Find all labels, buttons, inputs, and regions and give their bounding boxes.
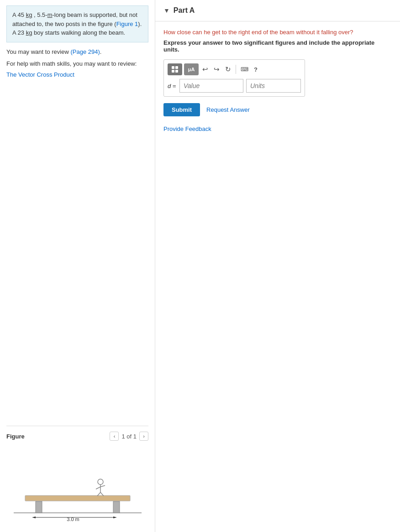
- submit-button[interactable]: Submit: [163, 103, 200, 116]
- figure-image: 3.0 m: [6, 444, 148, 527]
- figure-area: Figure ‹ 1 of 1 ›: [6, 426, 148, 527]
- svg-rect-3: [113, 501, 120, 513]
- part-header: ▼ Part A: [155, 0, 400, 21]
- svg-text:3.0 m: 3.0 m: [67, 516, 79, 522]
- svg-line-9: [100, 485, 105, 487]
- request-answer-link[interactable]: Request Answer: [206, 106, 250, 113]
- instruction-text: Express your answer to two significant f…: [163, 39, 392, 53]
- figure-nav: ‹ 1 of 1 ›: [110, 432, 148, 441]
- figure-label: Figure: [6, 433, 25, 440]
- right-panel: ▼ Part A How close can he get to the rig…: [155, 0, 400, 532]
- collapse-arrow-icon[interactable]: ▼: [163, 7, 170, 14]
- keyboard-button[interactable]: ⌨: [239, 65, 250, 73]
- figure-prev-button[interactable]: ‹: [110, 432, 119, 441]
- d-label: d =: [168, 83, 177, 89]
- svg-marker-14: [113, 516, 117, 518]
- figure-next-button[interactable]: ›: [139, 432, 148, 441]
- review-page-link[interactable]: (Page 294): [70, 48, 100, 55]
- svg-line-8: [96, 487, 100, 489]
- mu-label: μA: [188, 67, 195, 72]
- figure-svg: 3.0 m: [9, 449, 146, 522]
- vector-cross-product-link[interactable]: The Vector Cross Product: [6, 71, 74, 78]
- toolbar-separator: [236, 65, 236, 74]
- svg-rect-1: [36, 501, 42, 513]
- problem-text-box: A 45 kg , 5.5-m-long beam is supported, …: [6, 5, 148, 42]
- question-text: How close can he get to the right end of…: [163, 29, 392, 36]
- svg-point-6: [98, 479, 103, 485]
- part-content: How close can he get to the right end of…: [155, 21, 400, 140]
- redo-button[interactable]: ↪: [212, 64, 221, 74]
- units-input[interactable]: [246, 79, 301, 93]
- review-section: You may want to review (Page 294). For h…: [6, 47, 148, 80]
- help-text: For help with math skills, you may want …: [6, 59, 148, 69]
- action-row: Submit Request Answer: [163, 103, 392, 116]
- figure-page-indicator: 1 of 1: [121, 433, 137, 440]
- svg-marker-13: [32, 516, 36, 518]
- answer-box: μA ↩ ↪ ↻ ⌨ ? d =: [163, 59, 305, 97]
- value-input[interactable]: [179, 79, 243, 93]
- undo-button[interactable]: ↩: [200, 64, 210, 74]
- review-page-text: You may want to review (Page 294).: [6, 47, 148, 57]
- part-title: Part A: [174, 6, 195, 15]
- input-row: d =: [168, 79, 301, 93]
- grid-button[interactable]: [168, 63, 182, 75]
- mu-button[interactable]: μA: [184, 63, 199, 75]
- help-button[interactable]: ?: [252, 65, 259, 74]
- figure-header: Figure ‹ 1 of 1 ›: [6, 432, 148, 441]
- svg-rect-5: [25, 495, 130, 501]
- reset-button[interactable]: ↻: [223, 64, 233, 74]
- left-panel: A 45 kg , 5.5-m-long beam is supported, …: [0, 0, 155, 532]
- toolbar: μA ↩ ↪ ↻ ⌨ ?: [168, 63, 301, 75]
- provide-feedback-link[interactable]: Provide Feedback: [163, 125, 392, 132]
- problem-text: A 45 kg , 5.5-m-long beam is supported, …: [12, 11, 142, 36]
- figure-link[interactable]: Figure 1: [116, 21, 138, 27]
